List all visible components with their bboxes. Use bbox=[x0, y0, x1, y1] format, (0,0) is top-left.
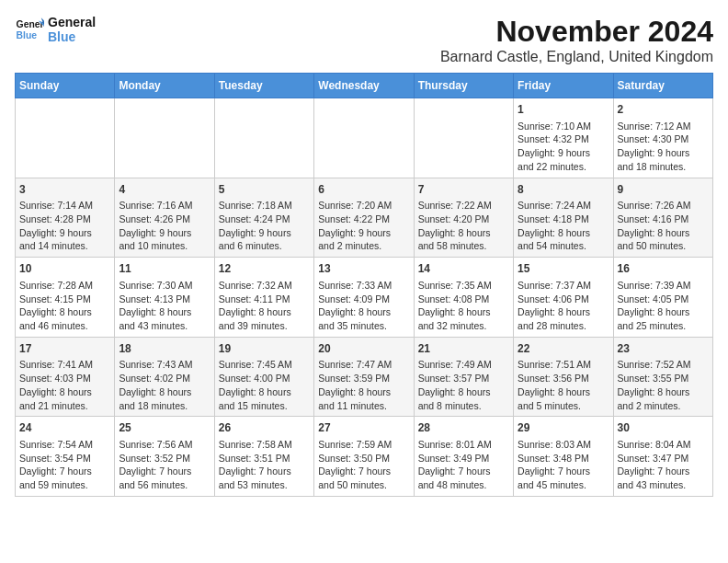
day-info: Sunrise: 7:37 AM bbox=[518, 279, 609, 293]
header-cell-thursday: Thursday bbox=[414, 74, 513, 98]
day-info: and 35 minutes. bbox=[318, 319, 409, 333]
day-info: Daylight: 8 hours bbox=[119, 305, 210, 319]
day-number: 25 bbox=[119, 420, 210, 436]
day-info: Daylight: 8 hours bbox=[219, 385, 310, 399]
day-info: Sunset: 4:11 PM bbox=[219, 293, 310, 306]
day-info: Daylight: 8 hours bbox=[518, 305, 609, 319]
day-info: Daylight: 9 hours bbox=[318, 226, 409, 240]
day-info: Sunset: 3:49 PM bbox=[418, 452, 509, 465]
day-info: Sunrise: 7:52 AM bbox=[618, 358, 709, 372]
day-info: Daylight: 8 hours bbox=[418, 226, 509, 240]
day-number: 26 bbox=[219, 420, 310, 436]
day-number: 17 bbox=[19, 341, 110, 357]
day-info: Sunrise: 7:47 AM bbox=[318, 358, 409, 372]
day-info: Daylight: 8 hours bbox=[618, 226, 709, 240]
day-info: Sunrise: 8:04 AM bbox=[618, 438, 709, 452]
day-number: 8 bbox=[518, 182, 609, 198]
day-info: Sunset: 4:08 PM bbox=[418, 293, 509, 306]
page-subtitle: Barnard Castle, England, United Kingdom bbox=[440, 49, 713, 65]
day-info: Sunset: 3:51 PM bbox=[219, 452, 310, 465]
day-info: and 46 minutes. bbox=[19, 319, 110, 333]
day-info: Sunrise: 7:43 AM bbox=[119, 358, 210, 372]
day-info: and 22 minutes. bbox=[518, 160, 609, 174]
day-info: Sunset: 3:59 PM bbox=[318, 372, 409, 385]
day-info: Sunset: 4:05 PM bbox=[618, 293, 709, 306]
day-info: Sunrise: 7:16 AM bbox=[119, 199, 210, 213]
header: General Blue General Blue November 2024 … bbox=[15, 15, 713, 65]
day-cell: 23Sunrise: 7:52 AMSunset: 3:55 PMDayligh… bbox=[613, 337, 712, 417]
day-info: Sunrise: 7:58 AM bbox=[219, 438, 310, 452]
day-info: Sunset: 4:15 PM bbox=[19, 293, 110, 306]
day-info: and 50 minutes. bbox=[318, 478, 409, 492]
day-info: Daylight: 8 hours bbox=[318, 385, 409, 399]
day-info: Sunrise: 7:30 AM bbox=[119, 279, 210, 293]
day-info: Daylight: 9 hours bbox=[219, 226, 310, 240]
logo-general: General bbox=[48, 15, 96, 29]
day-cell: 13Sunrise: 7:33 AMSunset: 4:09 PMDayligh… bbox=[314, 258, 414, 338]
day-cell: 29Sunrise: 8:03 AMSunset: 3:48 PMDayligh… bbox=[514, 417, 613, 497]
day-number: 11 bbox=[119, 261, 210, 277]
day-info: Sunrise: 7:56 AM bbox=[119, 438, 210, 452]
day-info: Sunset: 4:03 PM bbox=[19, 372, 110, 385]
day-info: Sunrise: 7:24 AM bbox=[518, 199, 609, 213]
day-cell: 17Sunrise: 7:41 AMSunset: 4:03 PMDayligh… bbox=[16, 337, 115, 417]
day-number: 7 bbox=[418, 182, 509, 198]
day-info: Sunset: 4:24 PM bbox=[219, 213, 310, 226]
day-cell: 25Sunrise: 7:56 AMSunset: 3:52 PMDayligh… bbox=[115, 417, 214, 497]
day-number: 19 bbox=[219, 341, 310, 357]
day-info: Sunset: 4:16 PM bbox=[618, 213, 709, 226]
day-info: and 54 minutes. bbox=[518, 239, 609, 253]
day-info: and 39 minutes. bbox=[219, 319, 310, 333]
day-info: Sunrise: 7:41 AM bbox=[19, 358, 110, 372]
day-info: Sunset: 3:57 PM bbox=[418, 372, 509, 385]
day-number: 10 bbox=[19, 261, 110, 277]
day-cell: 22Sunrise: 7:51 AMSunset: 3:56 PMDayligh… bbox=[514, 337, 613, 417]
day-number: 15 bbox=[518, 261, 609, 277]
day-info: Sunset: 3:50 PM bbox=[318, 452, 409, 465]
day-info: Daylight: 7 hours bbox=[119, 465, 210, 478]
day-number: 23 bbox=[618, 341, 709, 357]
page-title: November 2024 bbox=[440, 15, 713, 49]
week-row-4: 17Sunrise: 7:41 AMSunset: 4:03 PMDayligh… bbox=[16, 337, 713, 417]
day-cell bbox=[16, 98, 115, 178]
day-number: 3 bbox=[19, 182, 110, 198]
day-info: and 32 minutes. bbox=[418, 319, 509, 333]
day-info: Daylight: 8 hours bbox=[618, 385, 709, 399]
day-cell: 19Sunrise: 7:45 AMSunset: 4:00 PMDayligh… bbox=[214, 337, 313, 417]
day-cell: 21Sunrise: 7:49 AMSunset: 3:57 PMDayligh… bbox=[414, 337, 513, 417]
day-info: Sunset: 3:56 PM bbox=[518, 372, 609, 385]
logo-icon: General Blue bbox=[15, 15, 44, 44]
day-cell: 20Sunrise: 7:47 AMSunset: 3:59 PMDayligh… bbox=[314, 337, 414, 417]
day-cell bbox=[115, 98, 214, 178]
day-number: 6 bbox=[318, 182, 409, 198]
day-info: Sunset: 3:55 PM bbox=[618, 372, 709, 385]
day-info: and 43 minutes. bbox=[119, 319, 210, 333]
day-cell: 12Sunrise: 7:32 AMSunset: 4:11 PMDayligh… bbox=[214, 258, 313, 338]
day-info: Sunset: 4:22 PM bbox=[318, 213, 409, 226]
day-cell: 26Sunrise: 7:58 AMSunset: 3:51 PMDayligh… bbox=[214, 417, 313, 497]
day-number: 18 bbox=[119, 341, 210, 357]
day-number: 9 bbox=[618, 182, 709, 198]
day-number: 30 bbox=[618, 420, 709, 436]
day-info: Sunrise: 7:59 AM bbox=[318, 438, 409, 452]
day-cell: 9Sunrise: 7:26 AMSunset: 4:16 PMDaylight… bbox=[613, 178, 712, 258]
day-info: Sunset: 4:30 PM bbox=[618, 132, 709, 146]
day-info: and 18 minutes. bbox=[618, 160, 709, 174]
week-row-5: 24Sunrise: 7:54 AMSunset: 3:54 PMDayligh… bbox=[16, 417, 713, 497]
day-cell bbox=[314, 98, 414, 178]
day-info: Sunset: 3:52 PM bbox=[119, 452, 210, 465]
header-row: SundayMondayTuesdayWednesdayThursdayFrid… bbox=[16, 74, 713, 98]
day-info: Daylight: 7 hours bbox=[518, 465, 609, 478]
day-info: Sunrise: 7:45 AM bbox=[219, 358, 310, 372]
day-number: 24 bbox=[19, 420, 110, 436]
day-number: 1 bbox=[518, 102, 609, 118]
day-info: Sunrise: 8:03 AM bbox=[518, 438, 609, 452]
day-info: and 28 minutes. bbox=[518, 319, 609, 333]
day-cell: 14Sunrise: 7:35 AMSunset: 4:08 PMDayligh… bbox=[414, 258, 513, 338]
day-number: 20 bbox=[318, 341, 409, 357]
day-number: 12 bbox=[219, 261, 310, 277]
week-row-3: 10Sunrise: 7:28 AMSunset: 4:15 PMDayligh… bbox=[16, 258, 713, 338]
day-info: Daylight: 8 hours bbox=[418, 385, 509, 399]
day-info: Sunrise: 7:18 AM bbox=[219, 199, 310, 213]
day-info: and 8 minutes. bbox=[418, 399, 509, 413]
